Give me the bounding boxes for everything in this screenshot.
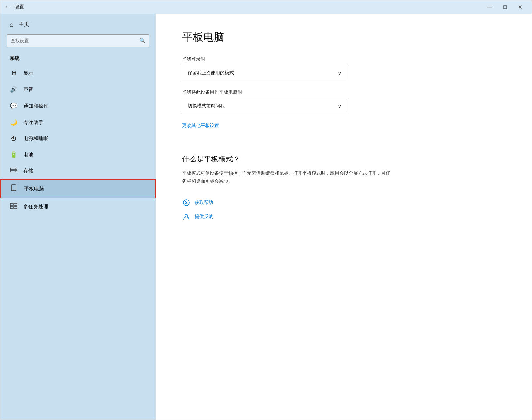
login-section-label: 当我登录时 (182, 56, 505, 62)
device-mode-value: 切换模式前询问我 (188, 103, 225, 109)
get-help-link[interactable]: 获取帮助 (195, 200, 213, 206)
storage-label: 存储 (23, 168, 33, 174)
sidebar-section-title: 系统 (0, 53, 156, 65)
svg-point-3 (15, 171, 16, 172)
sidebar-item-focus[interactable]: 🌙 专注助手 (0, 114, 156, 131)
feedback-item[interactable]: 提供反馈 (182, 212, 505, 221)
what-is-title: 什么是平板模式？ (182, 154, 505, 164)
device-section-label: 当我将此设备用作平板电脑时 (182, 89, 505, 95)
sidebar-item-storage[interactable]: 存储 (0, 163, 156, 179)
sidebar-item-notifications[interactable]: 💬 通知和操作 (0, 98, 156, 114)
home-icon: ⌂ (10, 21, 14, 28)
search-input[interactable] (7, 34, 149, 47)
feedback-link[interactable]: 提供反馈 (195, 214, 213, 220)
sidebar-item-battery[interactable]: 🔋 电池 (0, 146, 156, 163)
sidebar-item-multitask[interactable]: 多任务处理 (0, 198, 156, 215)
get-help-icon (182, 198, 191, 207)
home-label: 主页 (19, 21, 29, 28)
login-mode-value: 保留我上次使用的模式 (188, 70, 234, 76)
svg-rect-8 (14, 203, 17, 206)
what-is-desc: 平板模式可使设备便于触控，而无需借助键盘和鼠标。打开平板模式时，应用会以全屏方式… (182, 169, 394, 185)
feedback-icon (182, 212, 191, 221)
login-mode-dropdown[interactable]: 保留我上次使用的模式 ∨ (182, 66, 347, 80)
device-mode-chevron: ∨ (338, 103, 342, 109)
device-mode-dropdown[interactable]: 切换模式前询问我 ∨ (182, 99, 347, 113)
svg-rect-7 (10, 203, 13, 206)
back-button[interactable]: ← (4, 4, 10, 11)
sidebar-item-tablet[interactable]: 平板电脑 (0, 179, 156, 198)
battery-icon: 🔋 (10, 151, 18, 158)
svg-point-6 (13, 190, 14, 191)
page-title: 平板电脑 (182, 30, 505, 45)
storage-icon (10, 167, 18, 174)
sidebar-item-power[interactable]: ⏻ 电源和睡眠 (0, 131, 156, 146)
sidebar-item-sound[interactable]: 🔊 声音 (0, 81, 156, 98)
tablet-icon (10, 184, 18, 193)
maximize-button[interactable]: □ (497, 0, 513, 14)
power-icon: ⏻ (10, 136, 18, 142)
notifications-label: 通知和操作 (23, 103, 48, 109)
focus-label: 专注助手 (23, 120, 43, 126)
focus-icon: 🌙 (10, 119, 18, 126)
battery-label: 电池 (23, 152, 33, 158)
sound-icon: 🔊 (10, 86, 18, 93)
sidebar: ⌂ 主页 🔍 系统 🖥 显示 🔊 声音 💬 通知和操作 🌙 (0, 14, 156, 420)
svg-rect-9 (10, 206, 13, 209)
main-content: ⌂ 主页 🔍 系统 🖥 显示 🔊 声音 💬 通知和操作 🌙 (0, 14, 532, 420)
svg-point-13 (185, 214, 188, 217)
power-label: 电源和睡眠 (23, 135, 48, 142)
display-icon: 🖥 (10, 70, 18, 77)
close-button[interactable]: ✕ (513, 0, 528, 14)
title-bar: ← 设置 — □ ✕ (0, 0, 532, 14)
svg-point-2 (15, 169, 16, 169)
help-links: 获取帮助 提供反馈 (182, 198, 505, 221)
sound-label: 声音 (23, 87, 33, 93)
sidebar-home[interactable]: ⌂ 主页 (0, 14, 156, 34)
window-controls: — □ ✕ (482, 0, 528, 14)
minimize-button[interactable]: — (482, 0, 497, 14)
divider (182, 144, 505, 144)
get-help-item[interactable]: 获取帮助 (182, 198, 505, 207)
sidebar-search-container: 🔍 (7, 34, 149, 47)
sidebar-item-display[interactable]: 🖥 显示 (0, 65, 156, 81)
display-label: 显示 (23, 70, 33, 76)
window-title: 设置 (15, 4, 482, 10)
login-mode-chevron: ∨ (338, 70, 342, 76)
notifications-icon: 💬 (10, 102, 18, 110)
settings-window: ← 设置 — □ ✕ ⌂ 主页 🔍 系统 🖥 显示 🔊 (0, 0, 532, 420)
right-panel: 平板电脑 当我登录时 保留我上次使用的模式 ∨ 当我将此设备用作平板电脑时 切换… (156, 14, 532, 420)
search-icon: 🔍 (139, 38, 146, 44)
multitask-label: 多任务处理 (23, 204, 48, 210)
svg-point-12 (186, 201, 187, 202)
tablet-label: 平板电脑 (24, 186, 44, 192)
multitask-icon (10, 203, 18, 211)
svg-rect-10 (14, 206, 17, 209)
other-tablet-settings-link[interactable]: 更改其他平板设置 (182, 123, 219, 129)
